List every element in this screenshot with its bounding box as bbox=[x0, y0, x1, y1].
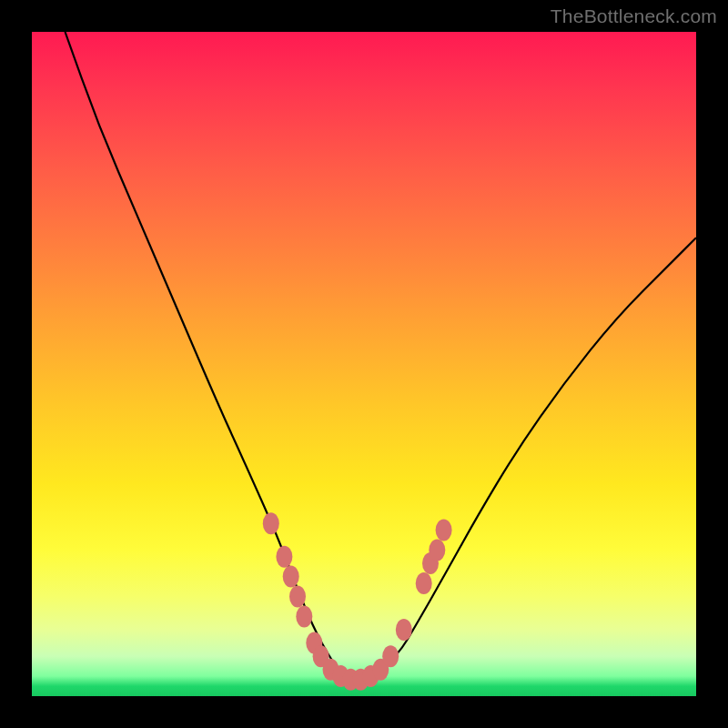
bead bbox=[289, 586, 306, 608]
bead bbox=[429, 539, 445, 561]
bead bbox=[283, 566, 299, 588]
bead-group bbox=[263, 512, 452, 691]
bottleneck-curve bbox=[66, 32, 697, 681]
bead bbox=[296, 605, 312, 627]
bead bbox=[276, 546, 292, 568]
bead bbox=[436, 520, 452, 541]
chart-frame: TheBottleneck.com bbox=[0, 0, 728, 728]
bead bbox=[263, 512, 279, 534]
plot-area bbox=[32, 32, 696, 696]
bead bbox=[382, 645, 399, 667]
curve-svg bbox=[32, 32, 696, 696]
bead bbox=[416, 572, 432, 594]
watermark-text: TheBottleneck.com bbox=[551, 5, 717, 27]
bead bbox=[396, 619, 412, 641]
